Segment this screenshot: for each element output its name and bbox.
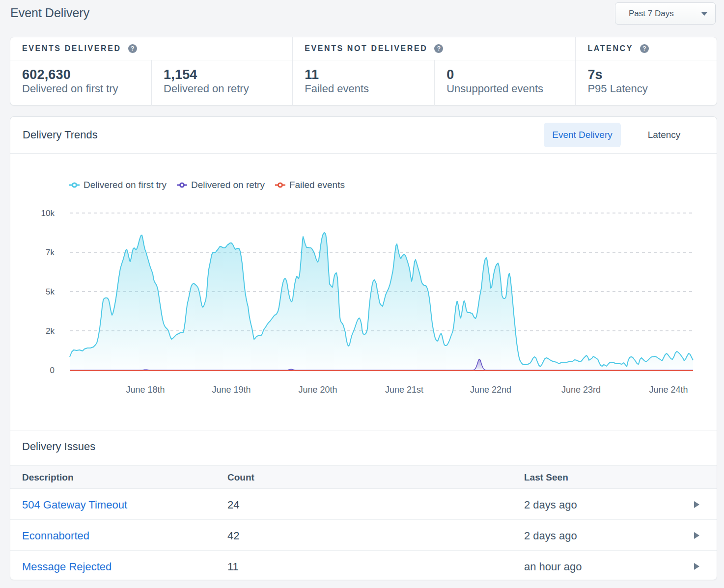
svg-text:June 19th: June 19th (212, 385, 251, 395)
svg-text:0: 0 (50, 366, 55, 375)
svg-text:June 21st: June 21st (385, 385, 423, 395)
svg-text:2k: 2k (46, 326, 55, 336)
svg-text:7k: 7k (46, 248, 55, 257)
svg-text:June 18th: June 18th (126, 385, 165, 395)
svg-text:10k: 10k (41, 209, 55, 218)
svg-text:June 20th: June 20th (298, 385, 337, 395)
svg-text:June 24th: June 24th (649, 385, 688, 395)
svg-text:June 22nd: June 22nd (470, 385, 511, 395)
svg-text:June 23rd: June 23rd (561, 385, 601, 395)
svg-text:5k: 5k (46, 287, 55, 296)
